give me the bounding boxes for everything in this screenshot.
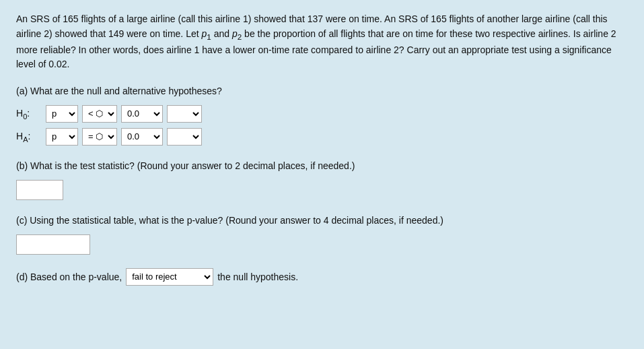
part-b: (b) What is the test statistic? (Round y…	[16, 159, 628, 200]
part-c-label: (c) Using the statistical table, what is…	[16, 214, 628, 228]
ha-prefix: HA:	[16, 131, 42, 144]
part-c: (c) Using the statistical table, what is…	[16, 214, 628, 255]
part-a: (a) What are the null and alternative hy…	[16, 84, 628, 146]
part-d: (d) Based on the p-value, fail to reject…	[16, 268, 628, 286]
part-d-row: (d) Based on the p-value, fail to reject…	[16, 268, 628, 286]
h0-p-select[interactable]: p	[46, 105, 78, 123]
part-b-label: (b) What is the test statistic? (Round y…	[16, 159, 628, 173]
test-statistic-input[interactable]	[16, 180, 63, 200]
h0-op-select[interactable]: < ⬡ > = ≠ ≤ ≥	[82, 105, 117, 123]
ha-op-select[interactable]: = ⬡ < > ≠ ≤ ≥	[82, 128, 117, 146]
part-d-suffix: the null hypothesis.	[217, 272, 298, 282]
h0-val-select[interactable]: 0.0 0.01 0.02 0.05 0.10	[121, 105, 163, 123]
ha-p-select[interactable]: p	[46, 128, 78, 146]
h0-prefix: H0:	[16, 108, 42, 121]
ha-trailing-select[interactable]: < >	[167, 128, 202, 146]
part-a-label: (a) What are the null and alternative hy…	[16, 84, 628, 98]
intro-paragraph: An SRS of 165 flights of a large airline…	[16, 12, 628, 72]
ha-val-select[interactable]: 0.0 0.01 0.02 0.05 0.10	[121, 128, 163, 146]
part-d-prefix: (d) Based on the p-value,	[16, 272, 122, 282]
ha-row: HA: p = ⬡ < > ≠ ≤ ≥ 0.0 0.01 0.02 0.05 0…	[16, 128, 628, 146]
p-value-input[interactable]	[16, 234, 90, 255]
h0-row: H0: p < ⬡ > = ≠ ≤ ≥ 0.0 0.01 0.02 0.05 0…	[16, 105, 628, 123]
h0-trailing-select[interactable]: < >	[167, 105, 202, 123]
conclusion-select[interactable]: fail to reject reject	[126, 268, 213, 286]
